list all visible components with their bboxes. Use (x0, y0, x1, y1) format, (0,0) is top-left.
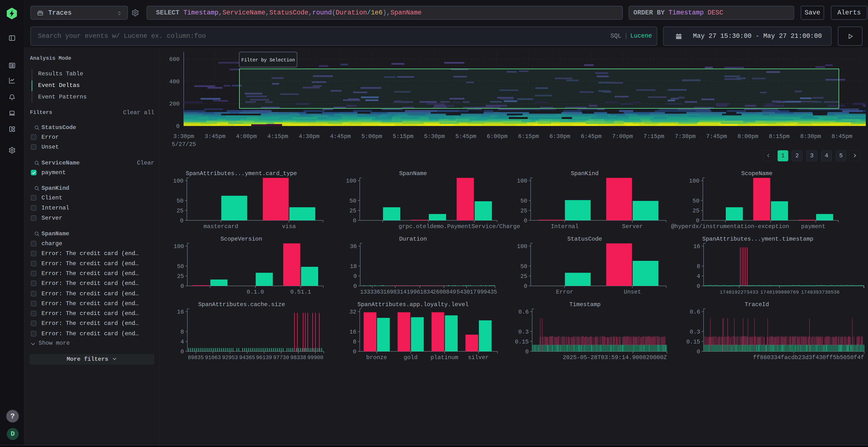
svg-text:4:45pm: 4:45pm (330, 133, 351, 140)
svg-text:0: 0 (696, 217, 700, 224)
svg-text:SpanAttributes...yment.timesta: SpanAttributes...yment.timestamp (702, 236, 813, 242)
svg-text:7:45pm: 7:45pm (706, 133, 727, 140)
svg-text:ScopeVersion: ScopeVersion (221, 236, 262, 242)
svg-text:0: 0 (353, 283, 357, 289)
svg-text:SpanName: SpanName (399, 170, 427, 177)
svg-text:Timestamp: Timestamp (569, 301, 600, 308)
svg-text:0: 0 (353, 348, 356, 355)
svg-text:TraceId: TraceId (745, 301, 769, 308)
svg-text:5/27/25: 5/27/25 (172, 141, 196, 148)
svg-text:16: 16 (177, 309, 184, 315)
svg-text:50: 50 (177, 198, 184, 204)
svg-text:gold: gold (404, 354, 417, 361)
svg-text:3:45pm: 3:45pm (205, 133, 225, 140)
svg-text:visa: visa (282, 223, 296, 230)
svg-text:1333363: 1333363 (360, 289, 383, 295)
svg-text:0.15: 0.15 (686, 339, 700, 345)
svg-text:0: 0 (176, 123, 180, 130)
svg-text:@hyperdx/instrumentation-excep: @hyperdx/instrumentation-exception (671, 223, 789, 230)
svg-text:25: 25 (177, 273, 184, 280)
svg-text:50: 50 (177, 263, 184, 270)
svg-text:94365: 94365 (239, 355, 255, 361)
svg-text:6:00pm: 6:00pm (487, 133, 507, 140)
svg-text:1748393738536: 1748393738536 (801, 289, 840, 295)
svg-text:bronze: bronze (366, 354, 387, 361)
svg-text:100: 100 (517, 243, 527, 250)
svg-text:0: 0 (697, 283, 700, 289)
svg-text:0: 0 (524, 283, 527, 289)
svg-text:0.1.0: 0.1.0 (247, 289, 264, 295)
svg-text:8:30pm: 8:30pm (800, 133, 821, 140)
svg-text:Internal: Internal (551, 223, 579, 230)
svg-text:543017: 543017 (457, 289, 477, 295)
svg-text:0.3: 0.3 (690, 329, 700, 335)
svg-text:25: 25 (692, 208, 700, 214)
svg-text:100: 100 (517, 178, 527, 184)
svg-text:SpanAttributes.app.loyalty.lev: SpanAttributes.app.loyalty.level (358, 301, 469, 308)
svg-text:4: 4 (697, 273, 700, 280)
svg-text:19961834: 19961834 (407, 289, 433, 295)
svg-text:25: 25 (520, 208, 527, 214)
svg-text:grpc.oteldemo.PaymentService/C: grpc.oteldemo.PaymentService/Charge (399, 223, 520, 230)
svg-text:91063: 91063 (205, 355, 221, 361)
svg-text:Duration: Duration (399, 236, 427, 242)
svg-text:25: 25 (177, 208, 184, 214)
svg-text:0: 0 (524, 217, 527, 224)
svg-text:0: 0 (697, 348, 700, 355)
svg-text:25: 25 (520, 273, 527, 280)
svg-text:99900: 99900 (307, 355, 323, 361)
svg-text:16: 16 (693, 243, 700, 250)
svg-text:2025-05-28T03:59:14.900820000Z: 2025-05-28T03:59:14.900820000Z (563, 354, 667, 361)
svg-text:600: 600 (169, 56, 180, 63)
svg-text:8:00pm: 8:00pm (738, 133, 758, 140)
svg-text:4:30pm: 4:30pm (299, 133, 319, 140)
svg-text:silver: silver (468, 354, 489, 361)
svg-text:18: 18 (350, 263, 357, 270)
svg-text:1748192273433: 1748192273433 (720, 289, 758, 295)
svg-text:1698314: 1698314 (383, 289, 407, 295)
svg-text:0: 0 (525, 348, 529, 355)
svg-text:Error: Error (556, 289, 574, 295)
svg-text:platinum: platinum (430, 354, 458, 361)
svg-text:0: 0 (181, 283, 184, 289)
svg-text:100: 100 (346, 178, 356, 184)
svg-text:ff860334facdb23d3f430ff5b5050f: ff860334facdb23d3f430ff5b5050f4f (753, 354, 864, 361)
svg-text:9: 9 (353, 273, 357, 280)
svg-text:6:30pm: 6:30pm (550, 133, 570, 140)
svg-text:200: 200 (169, 101, 180, 107)
svg-text:8:15pm: 8:15pm (769, 133, 789, 140)
svg-text:4:00pm: 4:00pm (236, 133, 257, 140)
svg-text:6:45pm: 6:45pm (581, 133, 601, 140)
svg-text:92953: 92953 (222, 355, 238, 361)
svg-text:0.51.1: 0.51.1 (290, 289, 311, 295)
svg-text:8:45pm: 8:45pm (832, 133, 852, 140)
svg-text:999435: 999435 (477, 289, 497, 295)
svg-text:7:30pm: 7:30pm (675, 133, 695, 140)
svg-text:StatusCode: StatusCode (567, 236, 602, 242)
svg-text:100: 100 (689, 178, 700, 184)
svg-text:5:00pm: 5:00pm (362, 133, 382, 140)
svg-text:7:15pm: 7:15pm (644, 133, 664, 140)
svg-text:SpanAttributes...yment.card_ty: SpanAttributes...yment.card_type (186, 170, 297, 177)
svg-text:32: 32 (349, 309, 356, 315)
svg-text:SpanAttributes.cache.size: SpanAttributes.cache.size (198, 301, 285, 308)
svg-text:Filter by Selection: Filter by Selection (241, 58, 295, 63)
svg-text:6:15pm: 6:15pm (518, 133, 539, 140)
svg-text:98338: 98338 (290, 355, 306, 361)
svg-text:50: 50 (349, 198, 356, 204)
svg-text:payment: payment (801, 223, 826, 230)
svg-text:50: 50 (520, 263, 527, 270)
svg-text:36: 36 (350, 243, 357, 250)
svg-text:7:00pm: 7:00pm (612, 133, 633, 140)
svg-text:4:15pm: 4:15pm (268, 133, 288, 140)
svg-text:0: 0 (353, 217, 356, 224)
svg-text:8: 8 (181, 329, 184, 335)
svg-text:50: 50 (520, 198, 527, 204)
svg-text:400: 400 (169, 78, 180, 85)
svg-text:3:30pm: 3:30pm (173, 133, 194, 140)
svg-text:2600849: 2600849 (433, 289, 456, 295)
svg-text:0: 0 (181, 348, 184, 355)
svg-text:0: 0 (180, 217, 184, 224)
svg-text:8: 8 (353, 339, 356, 345)
svg-text:ScopeName: ScopeName (741, 170, 773, 177)
